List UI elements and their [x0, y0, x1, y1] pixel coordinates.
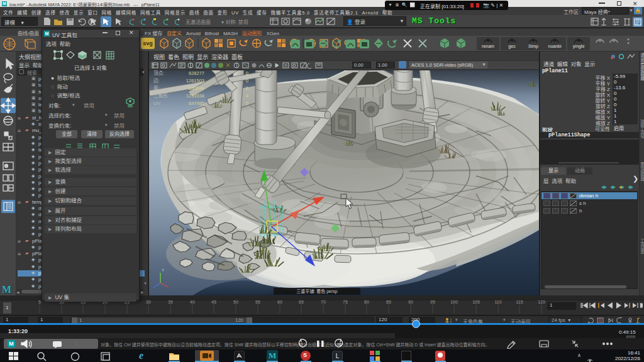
svg-text:0: 0: [246, 85, 248, 91]
svg-text:三角形:: 三角形:: [153, 92, 169, 99]
svg-text:0: 0: [246, 101, 248, 106]
svg-text:三重平铺: 着色 persp: 三重平铺: 着色 persp: [296, 288, 337, 294]
svg-text:4: 4: [246, 93, 248, 99]
svg-text:顶点:: 顶点:: [153, 70, 164, 76]
svg-text:UV:: UV:: [153, 101, 161, 106]
svg-text:1253334: 1253334: [186, 93, 204, 99]
svg-text:0: 0: [246, 78, 248, 84]
svg-text:633648: 633648: [189, 85, 204, 91]
svg-text:1261503: 1261503: [186, 78, 204, 84]
svg-text:30: 30: [337, 343, 341, 346]
svg-text:647985: 647985: [189, 101, 204, 106]
svg-text:面:: 面:: [153, 85, 160, 91]
svg-text:628277: 628277: [189, 70, 204, 76]
svg-text:0: 0: [246, 70, 248, 76]
svg-text:Y: Y: [162, 268, 164, 272]
svg-text:10: 10: [299, 343, 303, 346]
svg-text:边:: 边:: [153, 78, 160, 84]
